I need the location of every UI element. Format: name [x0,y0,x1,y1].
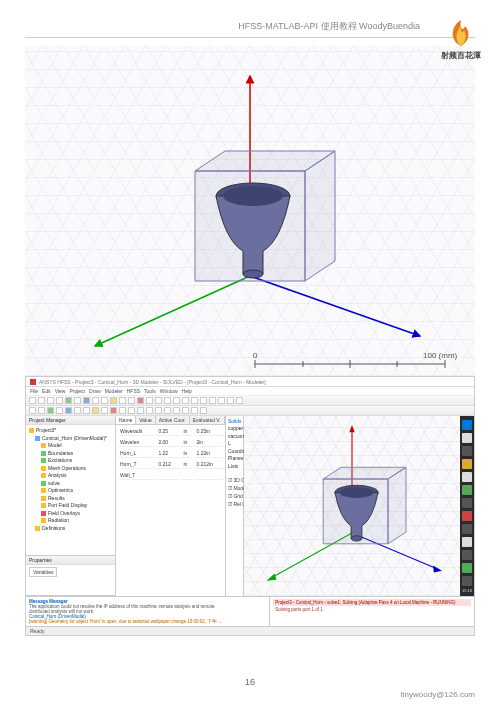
tree-item[interactable]: Mesh Operations [29,465,112,473]
toolbar-button[interactable] [29,407,36,414]
menu-view[interactable]: View [55,388,66,394]
menu-window[interactable]: Window [160,388,178,394]
toolbar-button[interactable] [74,407,81,414]
taskbar-button[interactable] [462,459,472,469]
toolbar-button[interactable] [218,397,225,404]
toolbar-button[interactable] [83,407,90,414]
table-row[interactable]: Wall_T [118,471,223,480]
taskbar-start-button[interactable] [462,420,472,430]
tree-item[interactable]: copper [228,425,241,433]
toolbar-button[interactable] [92,397,99,404]
toolbar-button[interactable] [191,397,198,404]
toolbar-button[interactable] [146,397,153,404]
tree-item[interactable]: Field Overlays [29,510,112,518]
menu-tools[interactable]: Tools [144,388,156,394]
toolbar-button[interactable] [155,397,162,404]
menu-help[interactable]: Help [182,388,192,394]
toolbar-button[interactable] [47,407,54,414]
toolbar-button[interactable] [101,407,108,414]
tree-item[interactable]: Boundaries [29,450,112,458]
checkbox-item[interactable]: ☑ 3D Compo... [228,477,241,483]
toolbar-button[interactable] [56,397,63,404]
toolbar-button[interactable] [74,397,81,404]
menu-draw[interactable]: Draw [89,388,101,394]
toolbar-button[interactable] [29,397,36,404]
toolbar-button[interactable] [164,407,171,414]
col-name[interactable]: Name [116,416,136,424]
tree-item[interactable]: Excitations [29,457,112,465]
table-row[interactable]: Horn_L1.22in1.22in [118,449,223,458]
toolbar-button[interactable] [56,407,63,414]
taskbar-button[interactable] [462,498,472,508]
menu-file[interactable]: File [30,388,38,394]
toolbar-button[interactable] [200,407,207,414]
toolbar-button[interactable] [128,407,135,414]
toolbar-button[interactable] [47,397,54,404]
toolbar-button[interactable] [119,397,126,404]
taskbar-button[interactable] [462,550,472,560]
toolbar-button[interactable] [173,407,180,414]
taskbar-button[interactable] [462,446,472,456]
tree-item[interactable]: Radiation [29,517,112,525]
taskbar-button[interactable] [462,472,472,482]
project-tree[interactable]: Project3*Conical_Horn (DrivenModal)*Mode… [26,425,115,534]
tree-item[interactable]: Definitions [29,525,112,533]
toolbar-button[interactable] [191,407,198,414]
properties-tab[interactable]: Variables [29,567,57,577]
tree-item[interactable]: Model [29,442,112,450]
tree-item[interactable]: Conical_Horn (DrivenModal)* [29,435,112,443]
toolbar-button[interactable] [65,397,72,404]
tree-item[interactable]: Results [29,495,112,503]
tree-item[interactable]: vacuum [228,433,241,441]
toolbar-button[interactable] [182,407,189,414]
checkbox-item[interactable]: ☑ Model [228,485,241,491]
toolbar-button[interactable] [227,397,234,404]
toolbar-button[interactable] [155,407,162,414]
menu-edit[interactable]: Edit [42,388,51,394]
toolbar-button[interactable] [173,397,180,404]
taskbar-button[interactable] [462,524,472,534]
toolbar-button[interactable] [38,397,45,404]
tree-item[interactable]: Lists [228,463,241,471]
tree-item[interactable]: solve [29,480,112,488]
model-viewport[interactable] [244,416,460,596]
col-active[interactable]: Active Coor. [156,416,190,424]
col-eval[interactable]: Evaluated V. [190,416,225,424]
taskbar-button[interactable] [462,563,472,573]
toolbar-button[interactable] [146,407,153,414]
taskbar-button[interactable] [462,511,472,521]
toolbar-button[interactable] [128,397,135,404]
toolbar-button[interactable] [200,397,207,404]
menu-hfss[interactable]: HFSS [127,388,140,394]
tree-item[interactable]: Coordin... [228,448,241,456]
toolbar-button[interactable] [236,397,243,404]
toolbar-button[interactable] [119,407,126,414]
toolbar-button[interactable] [101,397,108,404]
table-row[interactable]: Wavelen2.00in2in [118,438,223,447]
tree-item[interactable]: Project3* [29,427,112,435]
taskbar-button[interactable] [462,537,472,547]
toolbar-button[interactable] [164,397,171,404]
toolbar-button[interactable] [110,397,117,404]
toolbar-button[interactable] [92,407,99,414]
col-value[interactable]: Value [136,416,155,424]
tree-item[interactable]: Optimetrics [29,487,112,495]
toolbar-button[interactable] [137,397,144,404]
tree-item[interactable]: L [228,440,241,448]
toolbar-button[interactable] [182,397,189,404]
toolbar-button[interactable] [83,397,90,404]
taskbar-button[interactable] [462,433,472,443]
tree-item[interactable]: Analysis [29,472,112,480]
table-row[interactable]: Waveradii0.25in0.25in [118,427,223,436]
variable-table[interactable]: Waveradii0.25in0.25inWavelen2.00in2inHor… [116,425,225,482]
message-manager[interactable]: Message Manager The application could no… [26,597,270,626]
checkbox-item[interactable]: ☑ Rel CS [228,501,241,507]
checkbox-item[interactable]: ☑ Grid [228,493,241,499]
toolbar-button[interactable] [137,407,144,414]
toolbar-button[interactable] [38,407,45,414]
taskbar-button[interactable] [462,576,472,586]
menu-modeler[interactable]: Modeler [105,388,123,394]
tree-item[interactable]: Port Field Display [29,502,112,510]
toolbar-button[interactable] [110,407,117,414]
toolbar-button[interactable] [209,397,216,404]
